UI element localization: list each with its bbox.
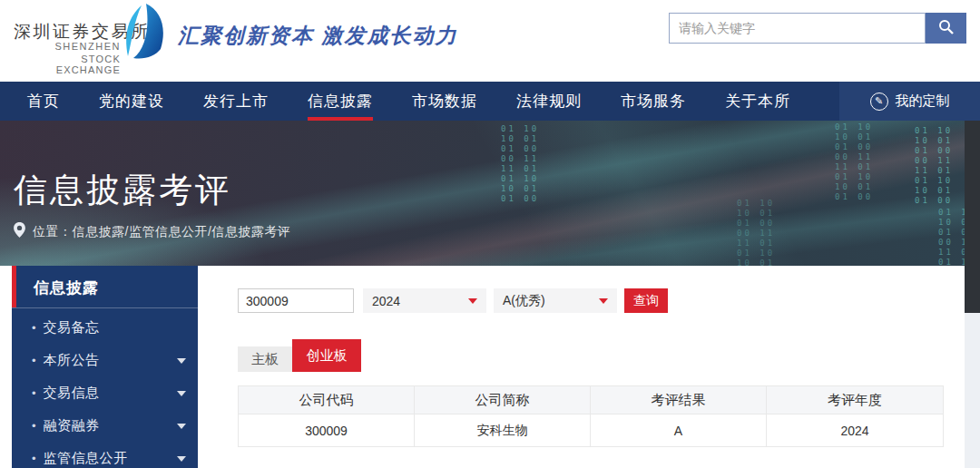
nav-item-label: 市场服务 xyxy=(621,91,686,112)
sidebar-title: 信息披露 xyxy=(34,278,99,298)
cell-company-code: 300009 xyxy=(239,414,415,446)
nav-item-market-data[interactable]: 市场数据 xyxy=(412,82,477,121)
bullet-icon: • xyxy=(32,419,36,433)
caret-down-icon xyxy=(599,298,608,304)
main-content: 2024 A(优秀) 查询 主板 创业板 公司代码 公司简称 考评结果 考评年度… xyxy=(198,266,980,468)
chevron-down-icon xyxy=(177,358,186,364)
sidebar-item-margin-trading[interactable]: • 融资融券 xyxy=(12,409,198,442)
year-select[interactable]: 2024 xyxy=(363,288,486,313)
sidebar-item-label: 融资融券 xyxy=(44,417,100,434)
page-title: 信息披露考评 xyxy=(14,168,231,213)
nav-item-label: 首页 xyxy=(27,91,60,112)
sidebar-menu: • 交易备忘 • 本所公告 • 交易信息 • 融资融券 • 监管信息公开 xyxy=(12,311,198,468)
szse-logo-icon xyxy=(119,4,166,63)
sidebar-item-trading-memo[interactable]: • 交易备忘 xyxy=(12,311,198,344)
bullet-icon: • xyxy=(32,321,36,335)
primary-nav: 首页 党的建设 发行上市 信息披露 市场数据 法律规则 市场服务 关于本所 ✎ … xyxy=(0,82,980,121)
nav-item-rules[interactable]: 法律规则 xyxy=(516,82,582,121)
nav-item-market-services[interactable]: 市场服务 xyxy=(621,82,686,121)
column-header-company-name: 公司简称 xyxy=(415,386,591,414)
nav-item-disclosure[interactable]: 信息披露 xyxy=(308,82,373,121)
year-select-value: 2024 xyxy=(372,294,400,308)
company-code-input[interactable] xyxy=(238,288,354,313)
nav-item-label: 法律规则 xyxy=(516,91,582,112)
search-input[interactable] xyxy=(669,13,926,44)
tab-chinext[interactable]: 创业板 xyxy=(292,339,361,372)
nav-item-label: 市场数据 xyxy=(412,91,477,112)
column-header-result: 考评结果 xyxy=(591,386,767,414)
cell-company-name: 安科生物 xyxy=(415,414,591,446)
search-button[interactable] xyxy=(926,13,966,44)
sidebar-item-label: 本所公告 xyxy=(44,352,100,369)
nav-item-label: 关于本所 xyxy=(725,91,790,112)
chevron-down-icon xyxy=(177,424,186,429)
binary-decoration: 01 10 10 01 01 00 00 11 11 01 01 10 10 0… xyxy=(915,126,953,206)
table-row: 300009 安科生物 A 2024 xyxy=(239,414,943,447)
bullet-icon: • xyxy=(32,354,36,367)
logo-english-line1: SHENZHEN xyxy=(14,41,121,52)
binary-decoration: 01 10 10 01 01 00 00 11 11 01 01 10 10 0… xyxy=(835,122,873,202)
search-icon xyxy=(938,19,954,37)
cell-result: A xyxy=(591,414,767,446)
query-button[interactable]: 查询 xyxy=(624,288,668,313)
sidebar: 信息披露 • 交易备忘 • 本所公告 • 交易信息 • 融资融券 xyxy=(12,266,198,468)
nav-item-home[interactable]: 首页 xyxy=(27,82,60,121)
my-customization-label: 我的定制 xyxy=(896,93,950,110)
chevron-down-icon xyxy=(177,456,186,462)
breadcrumb: 位置：信息披露/监管信息公开/信息披露考评 xyxy=(14,222,290,241)
caret-down-icon xyxy=(468,298,477,304)
scrollbar-thumb[interactable] xyxy=(965,121,980,313)
sidebar-red-accent xyxy=(12,266,16,307)
sidebar-item-exchange-announcements[interactable]: • 本所公告 xyxy=(12,344,198,376)
table-header-row: 公司代码 公司简称 考评结果 考评年度 xyxy=(239,386,943,414)
nav-item-listing[interactable]: 发行上市 xyxy=(203,82,269,121)
sidebar-item-trading-info[interactable]: • 交易信息 xyxy=(12,376,198,409)
my-customization-button[interactable]: ✎ 我的定制 xyxy=(839,82,980,121)
nav-item-label: 党的建设 xyxy=(99,91,164,112)
breadcrumb-text: 位置：信息披露/监管信息公开/信息披露考评 xyxy=(33,224,290,240)
tab-main-board[interactable]: 主板 xyxy=(238,346,292,372)
nav-item-label: 发行上市 xyxy=(203,91,269,112)
nav-item-party-building[interactable]: 党的建设 xyxy=(99,82,164,121)
binary-decoration: 01 10 10 01 01 00 00 11 11 01 01 10 10 0… xyxy=(501,124,539,204)
column-header-year: 考评年度 xyxy=(767,386,943,414)
page: 深圳证券交易所 SHENZHEN STOCK EXCHANGE 汇聚创新资本 激… xyxy=(0,0,980,468)
column-header-company-code: 公司代码 xyxy=(239,386,415,414)
binary-decoration: 01 10 10 01 01 00 00 11 11 01 01 10 10 0… xyxy=(737,199,775,266)
site-header: 深圳证券交易所 SHENZHEN STOCK EXCHANGE 汇聚创新资本 激… xyxy=(0,0,980,82)
site-slogan: 汇聚创新资本 激发成长动力 xyxy=(178,22,457,50)
sidebar-item-label: 交易备忘 xyxy=(44,319,100,336)
sidebar-divider xyxy=(12,307,198,308)
logo-english-line2: STOCK EXCHANGE xyxy=(14,54,121,75)
customize-pencil-icon: ✎ xyxy=(870,93,888,111)
sidebar-item-label: 交易信息 xyxy=(44,385,100,402)
chevron-down-icon xyxy=(177,391,186,396)
bullet-icon: • xyxy=(32,452,36,465)
location-pin-icon xyxy=(14,222,25,241)
cell-year: 2024 xyxy=(767,414,943,446)
bullet-icon: • xyxy=(32,386,36,400)
sidebar-item-regulatory-disclosure[interactable]: • 监管信息公开 xyxy=(12,442,198,468)
evaluation-table: 公司代码 公司简称 考评结果 考评年度 300009 安科生物 A 2024 xyxy=(238,385,944,447)
sidebar-item-label: 监管信息公开 xyxy=(44,450,128,467)
hero-banner: 01 10 10 01 01 00 00 11 11 01 01 10 10 0… xyxy=(0,121,980,266)
nav-item-about[interactable]: 关于本所 xyxy=(725,82,790,121)
grade-select[interactable]: A(优秀) xyxy=(494,288,617,313)
nav-item-label: 信息披露 xyxy=(308,91,373,112)
grade-select-value: A(优秀) xyxy=(503,293,545,309)
